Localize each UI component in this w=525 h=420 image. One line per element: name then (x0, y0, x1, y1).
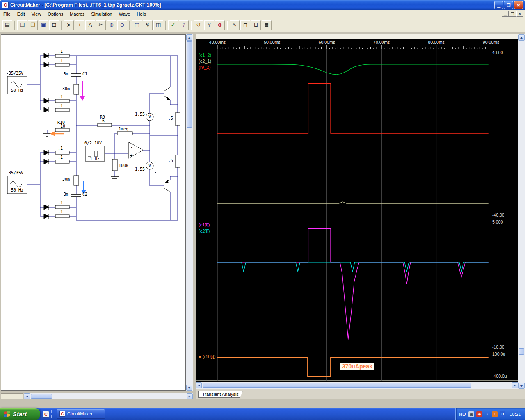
schematic-hscrollbar[interactable]: ◄ ► (24, 393, 193, 399)
ac-source-2[interactable]: 50 Hz (7, 176, 27, 194)
scroll-down-button[interactable]: ▼ (518, 383, 525, 389)
open-file-button[interactable]: ❐ (28, 20, 38, 30)
plot-capacitor-currents[interactable]: (c1[i]) (c2[i]) 5.000 -10.00 (196, 218, 518, 350)
scroll-right-button[interactable]: ► (187, 393, 193, 399)
ac-source-1[interactable]: 50 Hz (7, 76, 27, 94)
voltage-source-v2[interactable]: V (146, 162, 153, 169)
wave-vscrollbar[interactable]: ▲ ▼ (518, 34, 525, 389)
probe-arrow-c1[interactable] (80, 81, 85, 101)
start-button[interactable]: Start (0, 408, 40, 420)
schematic-panel[interactable]: V V - + 1 Hz 0/2.18V (1, 34, 186, 391)
multimeter-button[interactable]: Y (204, 20, 214, 30)
label-r-load: .5 (168, 158, 173, 163)
probe-arrow-r10[interactable] (50, 131, 64, 136)
run-check-button[interactable]: ✓ (168, 20, 178, 30)
vscroll-thumb[interactable] (187, 41, 192, 128)
reset-simulation-button[interactable]: ↺ (194, 20, 203, 30)
transistor-q1[interactable] (164, 87, 170, 100)
plot-r10-current[interactable]: ● (r10[i]) 100.0u -400.0u 370uApeak (196, 350, 518, 381)
signal-label-r10i[interactable]: ● (r10[i]) (199, 354, 216, 359)
update-icon[interactable]: ▣ (468, 411, 474, 417)
menu-simulation[interactable]: Simulation (88, 10, 115, 18)
label-r-small: .1 (58, 58, 63, 63)
scope-window-4-button[interactable]: ≣ (262, 20, 272, 30)
plot-voltages[interactable]: (c1_2) (c2_1) (r9_2) 40.00 -40.00 (196, 49, 518, 218)
mdi-restore-button[interactable]: ❐ (509, 11, 516, 17)
mdi-close-button[interactable]: ✕ (516, 11, 523, 17)
bluetooth-icon[interactable]: B (500, 411, 505, 417)
zoom-page-button[interactable]: ▢ (132, 20, 142, 30)
scope-window-3-button[interactable]: ⊔ (251, 20, 261, 30)
trace-c2[i] (217, 262, 489, 272)
select-tool-button[interactable]: ➤ (64, 20, 74, 30)
label-r-feedback: 1meg (119, 127, 128, 131)
text-tool-button[interactable]: A (85, 20, 95, 30)
toolbar-separator (165, 21, 166, 30)
quick-launch-circuitmaker-icon[interactable]: C (43, 411, 49, 418)
print-button[interactable]: ⊟ (49, 20, 59, 30)
schematic-vscrollbar[interactable]: ▲ ▼ (186, 34, 193, 391)
op-amp[interactable]: - + (128, 142, 143, 158)
menu-macros[interactable]: Macros (66, 10, 88, 18)
wave-hscrollbar[interactable]: ◄ ► (196, 382, 518, 389)
title-bar[interactable]: C CircuitMaker - [C:\Program Files\...\T… (0, 0, 525, 10)
hscroll-thumb[interactable] (31, 394, 52, 399)
scroll-up-button[interactable]: ▲ (518, 34, 525, 41)
probe-tool-button[interactable]: ↯ (143, 20, 153, 30)
maximize-button[interactable]: ❐ (504, 1, 513, 9)
volume-icon[interactable]: ♪ (484, 411, 490, 417)
part-browser-button[interactable]: ▤ (2, 20, 12, 30)
toolbar-separator (129, 21, 130, 30)
split-view-button[interactable]: ◫ (153, 20, 163, 30)
scroll-down-button[interactable]: ▼ (186, 385, 192, 391)
voltage-source-v1[interactable]: V (146, 113, 153, 121)
signal-label-c2_1[interactable]: (c2_1) (199, 59, 211, 64)
menu-wave[interactable]: Wave (116, 10, 134, 18)
zoom-in-tool-button[interactable]: ⊕ (107, 20, 116, 30)
minimize-button[interactable]: ▁ (494, 1, 503, 9)
diode-bridge[interactable] (44, 53, 49, 219)
menu-view[interactable]: View (28, 10, 45, 18)
pulse-source[interactable]: 1 Hz (85, 146, 105, 161)
scope-window-2-button[interactable]: ⊓ (240, 20, 250, 30)
waveform-panel[interactable]: 40.00ms50.00ms60.00ms70.00ms80.00ms90.00… (196, 34, 518, 389)
capacitor-c2[interactable] (71, 194, 81, 197)
scroll-left-button[interactable]: ◄ (24, 393, 30, 399)
menu-edit[interactable]: Edit (14, 10, 28, 18)
signal-label-r9_2[interactable]: (r9_2) (199, 65, 210, 70)
scroll-up-button[interactable]: ▲ (186, 34, 192, 41)
vscroll-thumb[interactable] (519, 348, 524, 355)
stop-simulation-button[interactable]: ⊗ (215, 20, 225, 30)
time-tick-label: 80.00ms (428, 40, 444, 45)
waveform-canvas-1[interactable] (196, 49, 518, 218)
menu-file[interactable]: File (0, 10, 14, 18)
mdi-minimize-button[interactable]: ▁ (502, 11, 509, 17)
new-file-button[interactable]: ❏ (17, 20, 27, 30)
capacitor-c1[interactable] (71, 74, 81, 76)
quick-launch-divider[interactable] (51, 410, 52, 418)
signal-label-c2i[interactable]: (c2[i]) (199, 228, 210, 233)
zoom-tool-button[interactable]: ⊙ (117, 20, 127, 30)
signal-label-c1i[interactable]: (c1[i]) (199, 222, 210, 227)
menu-options[interactable]: Options (44, 10, 66, 18)
tab-transient-analysis[interactable]: Transient Analysis (198, 391, 243, 398)
schematic-canvas[interactable]: V V - + 1 Hz 0/2.18V (1, 35, 186, 391)
antivirus-icon[interactable]: ✚ (476, 411, 482, 417)
save-file-button[interactable]: ▣ (39, 20, 48, 30)
scroll-left-button[interactable]: ◄ (196, 382, 202, 388)
axis-max-label: 100.0u (492, 352, 505, 356)
signal-label-c1_2[interactable]: (c1_2) (199, 52, 211, 57)
scroll-right-button[interactable]: ► (512, 382, 518, 388)
menu-help[interactable]: Help (133, 10, 149, 18)
help-button[interactable]: ? (179, 20, 189, 30)
alert-icon[interactable]: ! (492, 411, 498, 417)
delete-tool-button[interactable]: ✂ (96, 20, 106, 30)
scope-window-1-button[interactable]: ∿ (230, 20, 240, 30)
close-button[interactable]: ✕ (514, 1, 523, 9)
hscroll-thumb[interactable] (203, 383, 471, 388)
waveform-canvas-2[interactable] (196, 218, 518, 350)
language-indicator[interactable]: HU (459, 412, 466, 417)
taskbar-circuitmaker-button[interactable]: C CircuitMaker (57, 409, 105, 419)
wire-tool-button[interactable]: + (75, 20, 84, 30)
transistor-q2[interactable] (164, 180, 170, 192)
